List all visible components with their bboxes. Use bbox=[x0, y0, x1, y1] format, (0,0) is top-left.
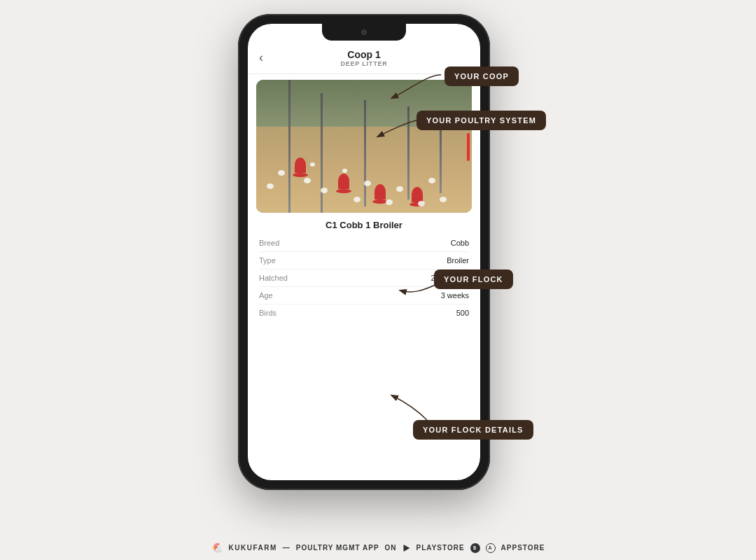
farm-scene bbox=[256, 80, 472, 213]
header-title-block: Coop 1 DEEP LITTER bbox=[340, 49, 387, 67]
coop-type: DEEP LITTER bbox=[340, 60, 387, 67]
phone-notch bbox=[322, 24, 406, 41]
chicken-4 bbox=[354, 197, 360, 202]
chicken-1 bbox=[278, 170, 285, 176]
tooltip-poultry-system: YOUR POULTRY SYSTEM bbox=[416, 111, 546, 130]
label-breed: Breed bbox=[259, 239, 279, 247]
dollar-icon: $ bbox=[470, 543, 480, 553]
footer-dash: — bbox=[283, 544, 290, 552]
tooltip-flock-details: YOUR FLOCK DETAILS bbox=[413, 420, 533, 440]
footer-brand-icon: 🐔 bbox=[211, 542, 223, 553]
value-age: 3 weeks bbox=[441, 291, 469, 300]
chicken-12 bbox=[310, 162, 315, 167]
info-row-breed: Breed Cobb bbox=[259, 234, 469, 252]
pillar-3 bbox=[364, 100, 366, 206]
feeder-4 bbox=[412, 187, 423, 202]
label-type: Type bbox=[259, 256, 276, 265]
main-container: ‹ Coop 1 DEEP LITTER bbox=[0, 0, 756, 560]
info-row-type: Type Broiler bbox=[259, 252, 469, 270]
scene-wrapper: ‹ Coop 1 DEEP LITTER bbox=[98, 0, 658, 504]
camera-dot bbox=[361, 29, 367, 35]
tooltip-flock: YOUR FLOCK bbox=[434, 270, 513, 289]
back-button[interactable]: ‹ bbox=[259, 50, 263, 65]
coop-name: Coop 1 bbox=[340, 49, 387, 60]
pillar-1 bbox=[288, 80, 290, 213]
value-birds: 500 bbox=[456, 309, 469, 317]
footer-on-label: ON bbox=[385, 544, 397, 552]
value-breed: Cobb bbox=[451, 239, 469, 247]
label-hatched: Hatched bbox=[259, 274, 288, 282]
pillar-2 bbox=[321, 93, 323, 213]
feeder-3 bbox=[374, 184, 386, 200]
chicken-9 bbox=[364, 181, 371, 186]
footer-app-desc: POULTRY MGMT APP bbox=[296, 544, 379, 552]
playstore-icon bbox=[402, 544, 411, 552]
app-header: ‹ Coop 1 DEEP LITTER bbox=[248, 43, 480, 69]
flock-image bbox=[256, 80, 472, 213]
scroll-bar bbox=[467, 133, 470, 161]
phone-screen: ‹ Coop 1 DEEP LITTER bbox=[248, 24, 480, 480]
footer-playstore[interactable]: PLAYSTORE bbox=[416, 544, 465, 552]
label-age: Age bbox=[259, 291, 273, 300]
footer-bar: 🐔 KUKUFARM — POULTRY MGMT APP ON PLAYSTO… bbox=[211, 530, 545, 560]
chicken-6 bbox=[418, 201, 425, 206]
feeder-2 bbox=[338, 174, 349, 189]
footer-appstore[interactable]: APPSTORE bbox=[501, 544, 545, 552]
tooltip-coop: YOUR COOP bbox=[444, 66, 519, 86]
screen-content: ‹ Coop 1 DEEP LITTER bbox=[248, 24, 480, 480]
chicken-2 bbox=[304, 178, 311, 183]
info-row-birds: Birds 500 bbox=[259, 304, 469, 321]
pillar-4 bbox=[407, 106, 410, 200]
chicken-10 bbox=[396, 186, 403, 192]
value-type: Broiler bbox=[447, 256, 469, 265]
chicken-7 bbox=[440, 197, 447, 202]
flock-name: C1 Cobb 1 Broiler bbox=[248, 220, 480, 230]
appstore-a-icon: A bbox=[486, 543, 496, 553]
chicken-3 bbox=[321, 188, 328, 193]
chicken-5 bbox=[386, 200, 393, 205]
feeder-1 bbox=[295, 158, 306, 173]
label-birds: Birds bbox=[259, 309, 276, 317]
info-row-age: Age 3 weeks bbox=[259, 287, 469, 304]
footer-brand-name: KUKUFARM bbox=[229, 544, 277, 552]
